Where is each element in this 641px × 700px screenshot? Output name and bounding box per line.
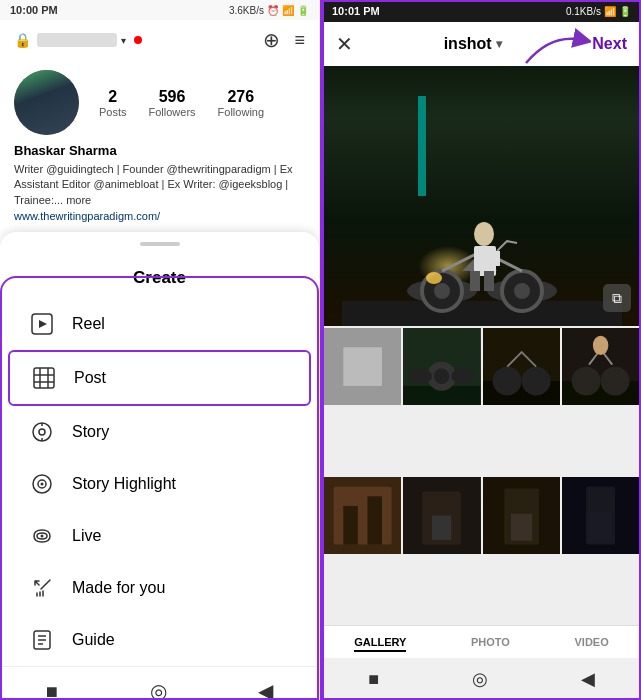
story-highlight-icon	[28, 470, 56, 498]
guide-label: Guide	[72, 631, 115, 649]
time-right: 10:01 PM	[332, 5, 380, 17]
svg-marker-1	[39, 320, 47, 328]
back-btn[interactable]: ◀	[581, 668, 595, 690]
svg-point-26	[426, 272, 442, 284]
battery-right-icon: 🔋	[619, 6, 631, 17]
alarm-icon: ⏰	[267, 5, 279, 16]
made-for-you-label: Made for you	[72, 579, 165, 597]
svg-point-49	[593, 336, 608, 355]
menu-item-story[interactable]: Story	[8, 406, 311, 458]
menu-item-made-for-you[interactable]: Made for you	[8, 562, 311, 614]
thumbnail-grid	[322, 326, 641, 625]
made-for-you-icon	[28, 574, 56, 602]
header-right: ⊕ ≡	[263, 28, 305, 52]
profile-bio: Writer @guidingtech | Founder @thewritin…	[14, 162, 305, 208]
inshot-title: inshot ▾	[444, 35, 502, 53]
avatar-image	[14, 70, 79, 135]
followers-count: 596	[149, 88, 196, 106]
svg-rect-19	[342, 301, 622, 326]
svg-point-23	[434, 283, 450, 299]
header-left: 🔒 ▾	[14, 32, 142, 48]
circle-nav-btn[interactable]: ◎	[472, 668, 488, 690]
wifi-icon: 📶	[604, 6, 616, 17]
svg-point-39	[452, 369, 475, 384]
bottom-nav-left: ■ ◎ ◀	[0, 666, 319, 700]
menu-item-post[interactable]: Post	[8, 350, 311, 406]
svg-point-14	[41, 535, 44, 538]
svg-rect-51	[334, 486, 392, 544]
thumbnail-4[interactable]	[562, 328, 639, 405]
svg-point-25	[514, 283, 530, 299]
bottom-nav-right: ■ ◎ ◀	[322, 658, 641, 700]
post-icon	[30, 364, 58, 392]
motorcycle-scene	[342, 146, 622, 326]
thumbnail-6[interactable]	[403, 477, 480, 554]
reel-icon	[28, 310, 56, 338]
profile-stats: 2 Posts 596 Followers 276 Following	[99, 88, 264, 118]
svg-point-38	[409, 369, 432, 384]
svg-rect-52	[343, 505, 357, 544]
signal-icon: 📶	[282, 5, 294, 16]
svg-rect-29	[470, 271, 480, 291]
profile-section: 2 Posts 596 Followers 276 Following Bhas…	[0, 60, 319, 232]
copy-icon[interactable]: ⧉	[603, 284, 631, 312]
menu-item-reel[interactable]: Reel	[8, 298, 311, 350]
hamburger-icon[interactable]: ≡	[294, 30, 305, 51]
photo-scene	[322, 66, 641, 326]
thumbnail-7[interactable]	[483, 477, 560, 554]
thumbnail-2[interactable]	[403, 328, 480, 405]
app-title: inshot	[444, 35, 492, 53]
live-label: Live	[72, 527, 101, 545]
gallery-tab-label: GALLERY	[354, 636, 406, 648]
status-icons-right: 0.1KB/s 📶 🔋	[566, 6, 631, 17]
svg-rect-53	[367, 496, 381, 544]
followers-stat: 596 Followers	[149, 88, 196, 118]
username-block[interactable]: ▾	[37, 33, 126, 47]
thumbnail-1[interactable]	[324, 328, 401, 405]
posts-label: Posts	[99, 106, 127, 118]
live-icon	[28, 522, 56, 550]
video-tab-label: VIDEO	[574, 636, 608, 648]
thumbnail-3[interactable]	[483, 328, 560, 405]
following-count: 276	[218, 88, 264, 106]
svg-rect-58	[432, 515, 451, 539]
dropdown-chevron[interactable]: ▾	[121, 35, 126, 46]
svg-rect-30	[484, 271, 494, 291]
tab-photo[interactable]: PHOTO	[471, 636, 510, 652]
avatar[interactable]	[14, 70, 79, 135]
title-chevron-icon[interactable]: ▾	[496, 37, 502, 51]
speed-right: 0.1KB/s	[566, 6, 601, 17]
svg-rect-2	[34, 368, 54, 388]
menu-item-guide[interactable]: Guide	[8, 614, 311, 666]
next-button[interactable]: Next	[592, 35, 627, 53]
sheet-title: Create	[0, 252, 319, 298]
menu-item-story-highlight[interactable]: Story Highlight	[8, 458, 311, 510]
thumbnail-5[interactable]	[324, 477, 401, 554]
main-photo-area: ⧉	[322, 66, 641, 326]
svg-point-42	[492, 367, 521, 396]
back-nav-icon[interactable]: ◀	[258, 679, 273, 700]
svg-point-43	[521, 367, 550, 396]
close-button[interactable]: ✕	[336, 32, 353, 56]
svg-point-48	[600, 367, 629, 396]
svg-rect-62	[511, 513, 532, 540]
profile-name: Bhaskar Sharma	[14, 143, 305, 158]
svg-rect-66	[589, 511, 612, 540]
home-nav-icon[interactable]: ■	[46, 680, 58, 700]
add-icon[interactable]: ⊕	[263, 28, 280, 52]
guide-icon	[28, 626, 56, 654]
thumbnail-8[interactable]	[562, 477, 639, 554]
notification-dot	[134, 36, 142, 44]
profile-link[interactable]: www.thewritingparadigm.com/	[14, 210, 305, 222]
following-label: Following	[218, 106, 264, 118]
followers-label: Followers	[149, 106, 196, 118]
photo-tab-label: PHOTO	[471, 636, 510, 648]
drag-handle[interactable]	[140, 242, 180, 246]
tab-video[interactable]: VIDEO	[574, 636, 608, 652]
tab-gallery[interactable]: GALLERY	[354, 636, 406, 652]
svg-point-47	[571, 367, 600, 396]
search-nav-icon[interactable]: ◎	[150, 679, 167, 700]
left-panel: 10:00 PM 3.6KB/s ⏰ 📶 🔋 🔒 ▾ ⊕ ≡	[0, 0, 320, 700]
menu-item-live[interactable]: Live	[8, 510, 311, 562]
square-nav-btn[interactable]: ■	[368, 669, 379, 690]
